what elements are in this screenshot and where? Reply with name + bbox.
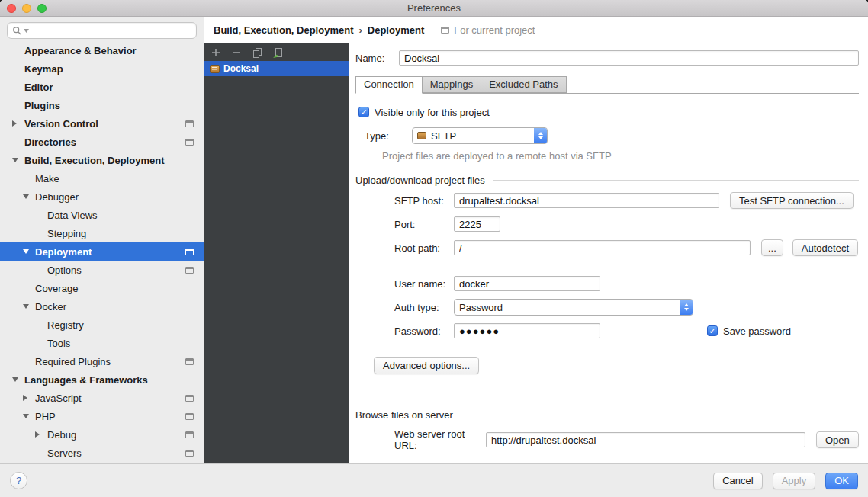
close-button[interactable] (7, 4, 16, 13)
current-project-icon (441, 27, 449, 34)
open-button[interactable]: Open (816, 431, 859, 448)
scope-label: For current project (454, 24, 535, 36)
tab-connection[interactable]: Connection (355, 76, 423, 94)
tree-item-keymap[interactable]: Keymap (0, 59, 204, 78)
settings-tree: Appearance & BehaviorKeymapEditorPlugins… (0, 39, 204, 462)
auth-type-select[interactable]: Password (454, 299, 693, 316)
tree-item-javascript[interactable]: JavaScript (0, 389, 204, 407)
sftp-host-input[interactable] (454, 193, 719, 208)
ok-button[interactable]: OK (825, 473, 858, 489)
collapse-arrow-icon[interactable] (12, 158, 24, 162)
user-name-input[interactable] (454, 276, 600, 291)
expand-arrow-icon[interactable] (23, 395, 35, 401)
tree-item-label: Registry (47, 319, 84, 331)
web-root-input[interactable] (486, 432, 805, 447)
shared-settings-icon (185, 139, 194, 146)
tree-item-build-execution-deployment[interactable]: Build, Execution, Deployment (0, 151, 204, 169)
tree-item-coverage[interactable]: Coverage (0, 279, 204, 297)
tree-item-options[interactable]: Options (0, 261, 204, 279)
expand-arrow-icon[interactable] (35, 431, 47, 438)
remove-icon[interactable] (230, 46, 243, 59)
shared-settings-icon (185, 395, 194, 402)
upload-section-title: Upload/download project files (355, 175, 485, 186)
tree-item-label: Plugins (24, 100, 60, 111)
tree-item-plugins[interactable]: Plugins (0, 96, 204, 114)
name-input[interactable] (399, 50, 859, 66)
tree-item-label: Languages & Frameworks (24, 374, 148, 386)
advanced-options-button[interactable]: Advanced options... (374, 357, 479, 374)
collapse-arrow-icon[interactable] (23, 414, 35, 418)
save-password-checkbox[interactable] (707, 325, 718, 336)
tab-mappings[interactable]: Mappings (422, 76, 481, 93)
tree-item-php[interactable]: PHP (0, 407, 204, 425)
preferences-window: Preferences Appearance & BehaviorKeymapE… (0, 0, 868, 497)
browse-section-title: Browse files on server (355, 409, 453, 421)
password-input[interactable] (454, 323, 600, 338)
tree-item-docker[interactable]: Docker (0, 297, 204, 316)
auth-type-value: Password (459, 302, 503, 313)
connection-pane: Visible only for this project Type: SFTP… (355, 94, 859, 451)
visible-only-checkbox[interactable] (358, 107, 369, 117)
tree-item-label: Version Control (24, 118, 98, 130)
zoom-button[interactable] (37, 4, 47, 13)
save-password-label: Save password (723, 325, 791, 337)
server-list-toolbar (204, 44, 349, 61)
name-label: Name: (355, 53, 399, 64)
tab-excluded-paths[interactable]: Excluded Paths (481, 76, 566, 93)
apply-button[interactable]: Apply (773, 473, 816, 489)
tree-item-deployment[interactable]: Deployment (0, 242, 204, 261)
tree-item-registry[interactable]: Registry (0, 316, 204, 334)
test-sftp-connection-button[interactable]: Test SFTP connection... (730, 192, 854, 209)
autodetect-button[interactable]: Autodetect (792, 239, 858, 256)
tree-item-stepping[interactable]: Stepping (0, 224, 204, 242)
minimize-button[interactable] (22, 4, 31, 13)
tree-item-languages-frameworks[interactable]: Languages & Frameworks (0, 370, 204, 389)
collapse-arrow-icon[interactable] (12, 377, 24, 382)
footer-bar: ? Cancel Apply OK (0, 463, 868, 497)
search-icon (12, 26, 29, 36)
breadcrumb-part-build[interactable]: Build, Execution, Deployment (214, 24, 353, 36)
tree-item-label: Editor (24, 82, 53, 93)
add-icon[interactable] (210, 46, 222, 59)
search-input[interactable] (7, 22, 197, 39)
web-root-label: Web server root URL: (394, 428, 486, 451)
tree-item-tools[interactable]: Tools (0, 334, 204, 352)
port-input[interactable] (454, 216, 500, 232)
import-icon[interactable] (272, 46, 284, 59)
collapse-arrow-icon[interactable] (23, 249, 35, 254)
shared-settings-icon (185, 431, 194, 438)
browse-root-path-button[interactable]: ... (761, 239, 783, 256)
visible-only-label: Visible only for this project (375, 107, 490, 118)
tree-item-servers[interactable]: Servers (0, 444, 204, 462)
tree-item-label: Stepping (47, 228, 86, 239)
tree-item-data-views[interactable]: Data Views (0, 206, 204, 224)
root-path-input[interactable] (454, 240, 751, 255)
tree-item-directories[interactable]: Directories (0, 133, 204, 151)
sftp-type-icon (417, 132, 426, 139)
tree-item-version-control[interactable]: Version Control (0, 114, 204, 133)
tree-item-label: Coverage (35, 283, 78, 294)
shared-settings-icon (185, 450, 194, 457)
breadcrumb-separator: › (358, 24, 362, 36)
tree-item-label: Tools (47, 338, 70, 349)
tree-item-debugger[interactable]: Debugger (0, 188, 204, 206)
tree-item-editor[interactable]: Editor (0, 78, 204, 96)
tree-item-label: PHP (35, 411, 56, 422)
cancel-button[interactable]: Cancel (713, 473, 762, 489)
settings-sidebar: Appearance & BehaviorKeymapEditorPlugins… (0, 17, 204, 463)
combo-stepper-icon (680, 300, 693, 315)
expand-arrow-icon[interactable] (12, 120, 24, 127)
shared-settings-icon (185, 248, 194, 255)
help-button[interactable]: ? (10, 472, 27, 489)
type-select[interactable]: SFTP (412, 127, 548, 144)
collapse-arrow-icon[interactable] (23, 304, 35, 309)
copy-icon[interactable] (251, 46, 263, 59)
tree-item-make[interactable]: Make (0, 169, 204, 188)
tree-item-debug[interactable]: Debug (0, 425, 204, 444)
tree-item-appearance-behavior[interactable]: Appearance & Behavior (0, 41, 204, 59)
server-list-item-docksal[interactable]: Docksal (204, 61, 349, 76)
breadcrumb-part-deployment: Deployment (368, 24, 424, 36)
titlebar: Preferences (0, 0, 868, 17)
collapse-arrow-icon[interactable] (23, 194, 35, 199)
tree-item-required-plugins[interactable]: Required Plugins (0, 352, 204, 370)
